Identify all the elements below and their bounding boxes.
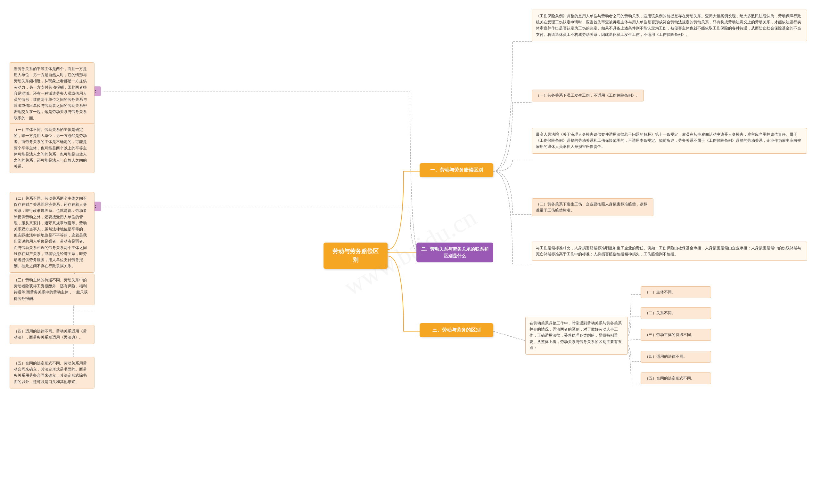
central-node: 劳动与劳务赔偿区别 [324,243,388,269]
mindmap-container: www.baidu.cn [0,0,820,504]
left-content-2: （一）主体不同。劳动关系的主体是确定的，即一方是用人单位，另一方必然是劳动者。而… [10,123,94,173]
branch3-r2: （二）关系不同。 [641,307,711,319]
branch1-node: 一、劳动与劳务赔偿区别 [420,163,493,177]
left-content-3: （二）关系不同。劳动关系两个主体之间不仅存在财产关系即经济关系，还存在着人身关系… [10,192,94,273]
branch3-r1: （一）主体不同。 [641,286,711,298]
branch3-summary: 在劳动关系调整工作中，时常遇到劳动关系与劳务关系并存的情况，弄清两者的区别，对于… [525,317,628,355]
left-content-5: （四）适用的法律不同。劳动关系适用《劳动法》，而劳务关系则适用《民法典》。 [10,325,94,344]
left-content-1: 当劳务关系的平等主体是两个，而且一方是用人单位，另一方是自然人时，它的情形与劳动… [10,62,94,125]
branch2-node: 二、劳动关系与劳务关系的联系和 区别是什么 [416,243,493,262]
branch3-node: 三、劳动与劳务的区别 [420,323,493,337]
left-content-6: （五）合同的法定形式不同。劳动关系用劳动合同来确立，其法定形式是书面的。而劳务关… [10,357,94,388]
branch3-r5: （五）合同的法定形式不同。 [641,372,711,384]
branch1-content-2: （一）劳务关系下员工发生工伤，不适用《工伤保险条例》。 [532,90,644,101]
left-content-4: （三）劳动主体的待遇不同。劳动关系中的劳动者除获得工资报酬外，还有保险、福利待遇… [10,274,94,305]
branch1-content-5: 与工伤赔偿标准相比，人身损害赔偿标准明显加重了企业的责任。例如：工伤保险由社保基… [532,242,807,261]
branch1-content-4: （二）劳务关系下发生工伤，企业要按照人身损害标准赔偿，该标准量于工伤赔偿标准。 [532,198,654,216]
branch1-content-3: 最高人民法院《关于审理人身损害赔偿案件适用法律若干问题的解释》第十一条规定，雇员… [532,128,807,154]
branch3-r3: （三）劳动主体的待遇不同。 [641,329,711,341]
branch3-r4: （四）适用的法律不同。 [641,351,711,363]
branch1-content-1: 《工伤保险条例》调整的是用人单位与劳动者之间的劳动关系，适用该条例的前提是存在劳… [532,10,807,41]
